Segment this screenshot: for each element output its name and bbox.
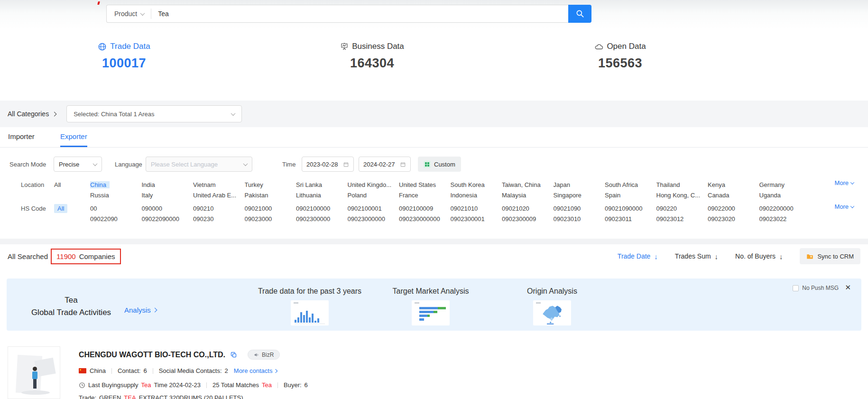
hs-code-option[interactable]: 09023000: [245, 215, 296, 223]
custom-time-button[interactable]: Custom: [418, 157, 461, 172]
search-mode-select[interactable]: Precise: [54, 157, 102, 172]
tab-exporter[interactable]: Exporter: [60, 127, 87, 147]
hs-code-option[interactable]: 0902100001: [348, 205, 399, 212]
search-button[interactable]: [568, 5, 591, 23]
selected-areas-select[interactable]: Selected: China Total 1 Areas: [66, 105, 242, 122]
location-option[interactable]: Germany: [759, 181, 811, 188]
hs-code-option[interactable]: 09023020: [708, 215, 759, 223]
stat-business-data[interactable]: Business Data 164304: [248, 42, 496, 71]
location-option[interactable]: South Africa: [605, 181, 656, 188]
location-option-selected[interactable]: China: [90, 181, 110, 188]
location-option[interactable]: Hong Kong, C...: [656, 192, 708, 199]
tab-importer[interactable]: Importer: [8, 127, 35, 147]
location-option[interactable]: Sri Lanka: [296, 181, 348, 188]
location-option[interactable]: Japan: [554, 181, 605, 188]
location-option[interactable]: Turkey: [245, 181, 296, 188]
location-option[interactable]: Poland: [348, 192, 399, 199]
trade-data-3years-card[interactable]: Trade data for the past 3 years: [256, 287, 363, 325]
hs-code-more-link[interactable]: More: [834, 203, 854, 210]
hs-code-option[interactable]: 09022000: [708, 205, 759, 212]
stat-trade-data[interactable]: Trade Data 100017: [0, 42, 248, 71]
origin-analysis-card[interactable]: Origin Analysis: [499, 287, 606, 325]
location-option[interactable]: Spain: [605, 192, 656, 199]
sort-trades-sum[interactable]: Trades Sum ↓: [675, 252, 718, 260]
hs-code-option[interactable]: 09023012: [656, 215, 708, 223]
hs-code-option[interactable]: 00: [90, 205, 142, 212]
location-option[interactable]: France: [399, 192, 451, 199]
location-option[interactable]: Malaysia: [502, 192, 554, 199]
date-from-picker[interactable]: 2023-02-28: [302, 157, 354, 172]
hs-code-option[interactable]: 09023010: [554, 215, 605, 223]
location-option[interactable]: United Arab E...: [193, 192, 245, 199]
card-title: Origin Analysis: [499, 287, 606, 296]
chart-axis: [295, 324, 325, 324]
hs-code-option[interactable]: 090210: [193, 205, 245, 212]
hs-code-option[interactable]: 0902100000: [296, 205, 348, 212]
hs-code-option[interactable]: 090230: [193, 215, 245, 223]
copy-icon[interactable]: [230, 351, 237, 358]
companies-label: Companies: [79, 252, 115, 260]
location-option[interactable]: South Korea: [451, 181, 502, 188]
location-option[interactable]: Canada: [708, 192, 759, 199]
all-categories-link[interactable]: All Categories: [8, 110, 56, 118]
company-name-link[interactable]: CHENGDU WAGOTT BIO-TECH CO.,LTD.: [79, 351, 225, 359]
location-option[interactable]: Taiwan, China: [502, 181, 554, 188]
location-option[interactable]: Uganda: [759, 192, 811, 199]
location-option[interactable]: Russia: [90, 192, 142, 199]
location-option[interactable]: Vietnam: [193, 181, 245, 188]
location-option[interactable]: Pakistan: [245, 192, 296, 199]
hs-code-option[interactable]: 0902200000: [759, 205, 811, 212]
hs-code-option[interactable]: 09023011: [605, 215, 656, 223]
hs-code-option[interactable]: 09021020: [502, 205, 554, 212]
sort-trade-date[interactable]: Trade Date ↓: [618, 252, 658, 260]
search-input[interactable]: [151, 10, 568, 18]
hs-code-option[interactable]: 0902300009: [502, 215, 554, 223]
search-category-select[interactable]: Product: [107, 5, 151, 22]
hs-code-option[interactable]: 09021010: [451, 205, 502, 212]
sort-no-of-buyers[interactable]: No. of Buyers ↓: [735, 252, 783, 260]
banner-close-icon[interactable]: ✕: [845, 283, 851, 292]
hs-code-option[interactable]: 090220: [656, 205, 708, 212]
globe-icon: [98, 42, 107, 51]
company-avatar[interactable]: [8, 346, 60, 399]
stat-open-data[interactable]: Open Data 156563: [496, 42, 744, 71]
hs-code-option[interactable]: 0902300000: [296, 215, 348, 223]
hs-code-option[interactable]: 090000: [142, 205, 194, 212]
hs-all-option[interactable]: All: [54, 205, 90, 212]
china-map-thumbnail: [533, 300, 571, 325]
more-contacts-link[interactable]: More contacts: [234, 367, 277, 374]
location-option[interactable]: India: [142, 181, 194, 188]
location-option[interactable]: Italy: [142, 192, 194, 199]
location-option[interactable]: Singapore: [554, 192, 605, 199]
location-option[interactable]: Lithuania: [296, 192, 348, 199]
hs-code-option[interactable]: 09021090: [554, 205, 605, 212]
location-option[interactable]: United Kingdo...: [348, 181, 399, 188]
chevron-right-icon: [52, 111, 57, 116]
location-option[interactable]: United States: [399, 181, 451, 188]
hs-code-option[interactable]: 09022090000: [142, 215, 194, 223]
hs-code-option[interactable]: 09023000000: [348, 215, 399, 223]
location-more-link[interactable]: More: [834, 179, 854, 186]
china-map-icon: [537, 304, 567, 325]
location-all-option[interactable]: All: [54, 181, 90, 188]
location-option[interactable]: Kenya: [708, 181, 759, 188]
target-market-analysis-card[interactable]: Target Market Analysis: [377, 287, 484, 325]
sort-label: No. of Buyers: [735, 252, 776, 260]
location-option[interactable]: Thailand: [656, 181, 708, 188]
location-option[interactable]: Indonesia: [451, 192, 502, 199]
date-to-picker[interactable]: 2024-02-27: [359, 157, 411, 172]
search-mode-label: Search Mode: [9, 161, 46, 168]
hs-code-option[interactable]: 090230000000: [399, 215, 451, 223]
divider: [111, 368, 112, 374]
bizr-badge[interactable]: BizR: [248, 350, 280, 360]
no-push-msg-checkbox[interactable]: [793, 285, 799, 291]
hs-code-option[interactable]: 0902300001: [451, 215, 502, 223]
sync-to-crm-button[interactable]: Sync to CRM: [800, 248, 860, 264]
hs-code-option[interactable]: 09023022: [759, 215, 811, 223]
language-select[interactable]: Please Select Language: [146, 157, 252, 172]
hs-code-option[interactable]: 09022090: [90, 215, 142, 223]
hs-code-option[interactable]: 0902100009: [399, 205, 451, 212]
hs-code-option[interactable]: 09021000: [245, 205, 296, 212]
analysis-link[interactable]: Analysis: [124, 306, 157, 314]
hs-code-option[interactable]: 09021090000: [605, 205, 656, 212]
